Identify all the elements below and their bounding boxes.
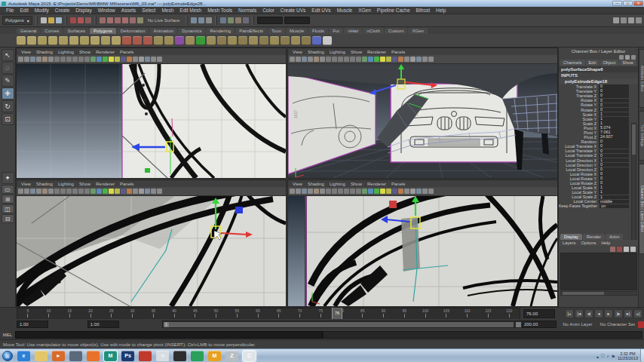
hypergraph-icon[interactable]	[636, 17, 642, 23]
viewport-bottom-right[interactable]: ViewShadingLightingShowRendererPanels	[287, 179, 558, 307]
sidebar-tab-attribute-editor[interactable]: Attribute Editor	[639, 49, 644, 108]
textured-icon[interactable]	[127, 57, 132, 62]
snap-point-icon[interactable]	[115, 17, 121, 23]
frame-selection-icon[interactable]	[368, 189, 373, 194]
viewport-menu-item[interactable]: Shading	[34, 182, 55, 186]
menu-item[interactable]: Create UVs	[278, 8, 309, 13]
bookmarks-icon[interactable]	[24, 189, 29, 194]
poly-prism-icon[interactable]	[80, 36, 89, 45]
viewport-menu-item[interactable]: Show	[348, 182, 364, 186]
gate-mask-icon[interactable]	[66, 189, 72, 194]
viewport-menu-item[interactable]: Renderer	[365, 50, 388, 54]
new-scene-icon[interactable]	[41, 17, 47, 23]
layout-two-pane-stacked[interactable]: ⊟	[2, 214, 14, 223]
step-back-key-button[interactable]: ◂|	[584, 309, 593, 318]
attribute-value-field[interactable]: 0	[599, 89, 629, 94]
time-slider-ticks[interactable]: 5101520253035404550556065707580859095100…	[17, 308, 520, 320]
shelf-tab[interactable]: Curves	[41, 28, 63, 34]
range-slider-bar[interactable]: 1	[162, 321, 523, 328]
default-material-icon[interactable]	[422, 189, 428, 194]
grease-pencil-icon[interactable]	[314, 189, 319, 194]
selection-mode-dropdown[interactable]: Polygons ▾	[2, 16, 32, 25]
pin-icon[interactable]	[619, 55, 624, 60]
poly-pyramid-icon[interactable]	[90, 36, 100, 45]
go-to-start-button[interactable]: |«	[565, 309, 574, 318]
layer-editor-menu-item[interactable]: Help	[599, 241, 612, 245]
reduce-icon[interactable]	[186, 36, 195, 45]
save-scene-icon[interactable]	[56, 17, 62, 23]
viewport-menu-item[interactable]: Show	[77, 50, 93, 54]
boolean-union-icon[interactable]	[122, 36, 131, 45]
menu-item[interactable]: XGen	[355, 8, 374, 13]
frame-selection-icon[interactable]	[97, 189, 102, 194]
hyperbolic-icon[interactable]	[631, 55, 636, 60]
film-gate-icon[interactable]	[54, 189, 60, 194]
viewport-canvas-persp[interactable]: 1017	[288, 64, 557, 178]
viewport-menu-item[interactable]: Renderer	[94, 50, 117, 54]
step-fwd-frame-button[interactable]: ▸|	[624, 309, 633, 318]
viewport-menu-item[interactable]: Lighting	[327, 50, 348, 54]
attribute-value-field[interactable]: 0	[599, 84, 629, 89]
field-chart-icon[interactable]	[344, 57, 349, 62]
wireframe-icon[interactable]	[133, 57, 138, 62]
select-component-icon[interactable]	[85, 17, 91, 23]
append-polygon-icon[interactable]	[196, 36, 205, 45]
viewport-menu-item[interactable]: Lighting	[327, 182, 348, 186]
open-render-view-icon[interactable]	[220, 17, 226, 23]
plugin-shapes-icon[interactable]	[428, 189, 434, 194]
viewport-top-left[interactable]: ViewShadingLightingShowRendererPanels	[16, 48, 287, 179]
playback-start-field[interactable]: 1.00	[87, 321, 119, 328]
bookmarks-icon[interactable]	[296, 57, 301, 62]
show-desktop-button[interactable]	[640, 349, 644, 362]
attribute-value-field[interactable]: 0	[599, 149, 629, 154]
channel-box-menu-item[interactable]: Edit	[586, 60, 600, 66]
grease-pencil-icon[interactable]	[42, 189, 48, 194]
window-titlebar[interactable]: Autodesk Maya 2015: E:\Projects\Demo\M6\…	[0, 0, 644, 7]
lighting-selected-icon[interactable]	[386, 57, 391, 62]
shelf-tab[interactable]: General	[17, 28, 40, 34]
bookmarks-icon[interactable]	[24, 57, 29, 62]
make-live-icon[interactable]	[137, 17, 143, 23]
viewport-menu-item[interactable]: View	[290, 50, 305, 54]
gate-mask-icon[interactable]	[338, 57, 343, 62]
target-weld-icon[interactable]	[291, 36, 300, 45]
output-connections-icon[interactable]	[198, 17, 204, 23]
plugin-shapes-icon[interactable]	[157, 57, 162, 62]
snap-curve-icon[interactable]	[107, 17, 113, 23]
sidebar-tab-channel-box[interactable]: Channel Box / Layer Editor	[639, 164, 644, 254]
viewport-menu-item[interactable]: Renderer	[365, 182, 388, 186]
resolution-gate-icon[interactable]	[332, 189, 337, 194]
object-details-icon[interactable]	[621, 17, 627, 23]
mudbox-icon[interactable]: M	[208, 351, 221, 361]
input-node-name[interactable]: polyExtrudeEdge18	[559, 78, 638, 84]
range-handle-right[interactable]	[516, 322, 521, 327]
step-fwd-key-button[interactable]: |▸	[614, 309, 623, 318]
default-material-icon[interactable]	[151, 189, 156, 194]
viewport-menu-item[interactable]: Lighting	[56, 182, 76, 186]
bridge-icon[interactable]	[217, 36, 226, 45]
anim-layer-label[interactable]: No Anim Layer	[563, 322, 592, 327]
viewport-menu-item[interactable]: View	[19, 182, 33, 186]
smooth-shade-icon[interactable]	[410, 57, 416, 62]
shelf-tab[interactable]: PaintEffects	[235, 28, 267, 34]
poly-torus-icon[interactable]	[69, 36, 78, 45]
snap-grid-icon[interactable]	[100, 17, 106, 23]
menu-item[interactable]: Help	[433, 8, 449, 13]
close-button[interactable]: ✕	[633, 1, 643, 6]
camera-attributes-icon[interactable]	[290, 57, 295, 62]
viewport-bottom-left[interactable]: ViewShadingLightingShowRendererPanels	[16, 179, 287, 307]
grid-icon[interactable]	[48, 57, 54, 62]
camera-attributes-icon[interactable]	[18, 57, 23, 62]
bevel-icon[interactable]	[259, 36, 268, 45]
layout-four-pane[interactable]: ⊞	[2, 195, 14, 204]
2d-pan-zoom-icon[interactable]	[36, 57, 41, 62]
channel-box-menu-item[interactable]: Object	[600, 60, 619, 66]
tray-network-icon[interactable]: ⛉	[601, 354, 605, 359]
boolean-difference-icon[interactable]	[133, 36, 142, 45]
textured-icon[interactable]	[398, 189, 403, 194]
attribute-value-field[interactable]: 0	[599, 163, 629, 167]
shelf-tab[interactable]: XGen	[408, 28, 427, 34]
resolution-gate-icon[interactable]	[60, 57, 66, 62]
attribute-value-field[interactable]: 1	[599, 186, 629, 190]
zbrush-icon[interactable]: Z	[225, 351, 238, 361]
